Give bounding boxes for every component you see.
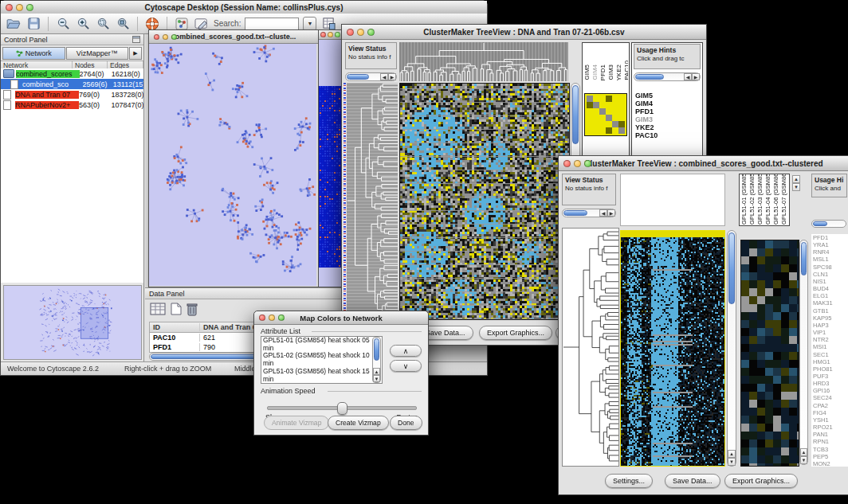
column-id[interactable]: ID bbox=[150, 323, 200, 331]
zoom-button[interactable] bbox=[171, 34, 177, 40]
labels-scroll-down[interactable]: ▼ bbox=[792, 183, 800, 191]
select-attributes-icon[interactable] bbox=[150, 303, 166, 315]
network-overview-canvas[interactable] bbox=[3, 285, 142, 360]
gene-label[interactable]: YKE2 bbox=[635, 123, 702, 131]
attribute-list-item[interactable]: GPL51-02 (GSM855) heat shock 10 min bbox=[263, 352, 382, 367]
close-button[interactable] bbox=[154, 34, 159, 40]
network-row[interactable]: combined_scores 2764(0) 16218(0) bbox=[1, 68, 143, 79]
attribute-list-item[interactable]: GPL51-01 (GSM854) heat shock 05 min bbox=[263, 337, 382, 352]
settings-button[interactable]: Settings... bbox=[605, 474, 653, 488]
heatmap-canvas[interactable] bbox=[620, 230, 725, 467]
scrollbar-thumb[interactable] bbox=[347, 74, 369, 80]
treeview2-right-hscrollbar[interactable] bbox=[811, 220, 846, 228]
column-label[interactable]: GIM5 bbox=[583, 64, 591, 80]
row-dendrogram-canvas[interactable] bbox=[563, 230, 618, 464]
search-dropdown-button[interactable]: ▼ bbox=[303, 17, 316, 31]
attribute-list-scrollbar[interactable]: ▲▼ bbox=[372, 337, 381, 383]
done-button[interactable]: Done bbox=[390, 416, 422, 430]
network-row[interactable]: RNAPuberNov2+ 563(0) 107847(0) bbox=[1, 100, 143, 110]
network-row[interactable]: combined_sco 2569(6) 13112(15) bbox=[1, 79, 143, 89]
scrollbar-thumb[interactable] bbox=[813, 221, 827, 226]
column-dendrogram-canvas[interactable] bbox=[399, 42, 568, 81]
gene-label[interactable]: RPN1 bbox=[813, 438, 848, 445]
gene-label[interactable]: SEC24 bbox=[813, 394, 848, 401]
gene-label[interactable]: VIP1 bbox=[813, 329, 848, 336]
gene-label[interactable]: ELG1 bbox=[813, 292, 848, 299]
export-graphics-button[interactable]: Export Graphics... bbox=[479, 326, 552, 340]
gene-label[interactable]: YSH1 bbox=[813, 416, 848, 424]
tab-overflow-arrow[interactable]: ▶ bbox=[129, 47, 142, 60]
gene-label[interactable]: NIS1 bbox=[813, 278, 848, 285]
gene-label[interactable]: PAN1 bbox=[813, 431, 848, 438]
row-dendrogram-canvas[interactable] bbox=[347, 83, 398, 318]
scrollbar-thumb[interactable] bbox=[572, 85, 579, 144]
column-label[interactable]: GIM4 bbox=[591, 64, 599, 80]
minimize-button[interactable] bbox=[574, 160, 581, 167]
close-button[interactable] bbox=[259, 315, 265, 321]
close-button[interactable] bbox=[320, 32, 326, 37]
attribute-list-item[interactable]: GPL51-04 (GSM857) heat shock 20 min bbox=[263, 383, 382, 384]
scrollbar-thumb[interactable] bbox=[374, 338, 379, 361]
gene-label[interactable]: FIG4 bbox=[813, 409, 848, 416]
animate-vizmap-button[interactable]: Animate Vizmap bbox=[264, 416, 329, 430]
treeview2-titlebar[interactable]: ClusterMaker TreeView : combined_scores_… bbox=[559, 156, 848, 171]
treeview2-vscrollbar[interactable]: ▲▼ bbox=[727, 230, 736, 467]
gene-label[interactable]: RPO21 bbox=[813, 424, 848, 431]
gene-label[interactable]: TCB3 bbox=[813, 446, 848, 453]
labels-scroll-up[interactable]: ▲ bbox=[792, 175, 800, 183]
save-data-button[interactable]: Save Data... bbox=[665, 474, 720, 488]
close-button[interactable] bbox=[563, 160, 571, 167]
gene-label[interactable]: HRD3 bbox=[813, 380, 848, 387]
scrollbar-thumb[interactable] bbox=[801, 242, 807, 275]
gene-label[interactable]: PFD1 bbox=[813, 234, 848, 241]
save-session-icon[interactable] bbox=[26, 16, 41, 32]
network-view-titlebar[interactable]: combined_scores_good.txt--cluste... bbox=[149, 30, 318, 44]
gene-label[interactable]: GIM5 bbox=[635, 92, 702, 100]
zoom-selected-icon[interactable] bbox=[95, 16, 111, 32]
zoom-matrix-canvas[interactable] bbox=[740, 240, 799, 467]
animation-speed-slider[interactable] bbox=[267, 406, 417, 410]
minimize-button[interactable] bbox=[357, 29, 364, 36]
gene-label[interactable]: GTB1 bbox=[813, 307, 848, 315]
gene-label[interactable]: GPI16 bbox=[813, 387, 848, 394]
move-up-button[interactable]: ∧ bbox=[390, 345, 422, 357]
gene-label[interactable]: NTR2 bbox=[813, 336, 848, 343]
network-row[interactable]: DNA and Tran 07 769(0) 183728(0) bbox=[1, 89, 143, 100]
zoom-button[interactable] bbox=[26, 4, 33, 11]
minimize-button[interactable] bbox=[16, 4, 23, 11]
scrollbar-thumb[interactable] bbox=[563, 210, 587, 216]
delete-attribute-icon[interactable] bbox=[186, 303, 198, 316]
gene-label[interactable]: BUD4 bbox=[813, 285, 848, 292]
zoom-matrix-canvas[interactable] bbox=[584, 93, 627, 136]
gene-label[interactable]: CLN1 bbox=[813, 271, 848, 278]
scrollbar-thumb[interactable] bbox=[728, 232, 735, 304]
float-panel-icon[interactable] bbox=[132, 36, 140, 43]
gene-label[interactable]: PFD1 bbox=[635, 107, 702, 115]
column-label[interactable]: GPL51-07 (GSM868) bbox=[780, 174, 787, 225]
column-label[interactable]: GPL51-03 (GSM856) bbox=[756, 174, 764, 225]
heatmap-canvas[interactable] bbox=[399, 83, 570, 320]
column-label[interactable]: GIM3 bbox=[607, 64, 614, 80]
gene-label[interactable]: HAP3 bbox=[813, 322, 848, 329]
attribute-list-item[interactable]: GPL51-03 (GSM856) heat shock 15 min bbox=[263, 368, 382, 383]
gene-label[interactable]: MSL1 bbox=[813, 256, 848, 263]
treeview1-titlebar[interactable]: ClusterMaker TreeView : DNA and Tran 07-… bbox=[342, 25, 706, 40]
zoom-out-icon[interactable] bbox=[55, 16, 71, 32]
gene-label[interactable]: PHO81 bbox=[813, 365, 848, 373]
close-button[interactable] bbox=[6, 4, 13, 11]
gene-label[interactable]: SEC1 bbox=[813, 351, 848, 358]
column-label[interactable]: GPL51-02 (GSM855) bbox=[748, 174, 756, 225]
zoom-button[interactable] bbox=[335, 32, 340, 37]
tab-network[interactable]: Network bbox=[2, 47, 65, 60]
zoom-in-icon[interactable] bbox=[75, 16, 91, 32]
gene-label[interactable]: GIM4 bbox=[635, 100, 702, 107]
zoom-fit-icon[interactable] bbox=[115, 16, 131, 32]
close-button[interactable] bbox=[347, 29, 354, 36]
gene-label[interactable]: HMG1 bbox=[813, 358, 848, 365]
move-down-button[interactable]: ∨ bbox=[390, 360, 422, 372]
column-label[interactable]: GPL51-06 (GSM865) bbox=[772, 174, 779, 225]
treeview1-right-hscrollbar[interactable]: ◀▶ bbox=[634, 72, 701, 81]
minimize-button[interactable] bbox=[269, 315, 275, 321]
tab-vizmapper[interactable]: VizMapper™ bbox=[66, 47, 129, 60]
gene-label[interactable]: PUF3 bbox=[813, 373, 848, 380]
